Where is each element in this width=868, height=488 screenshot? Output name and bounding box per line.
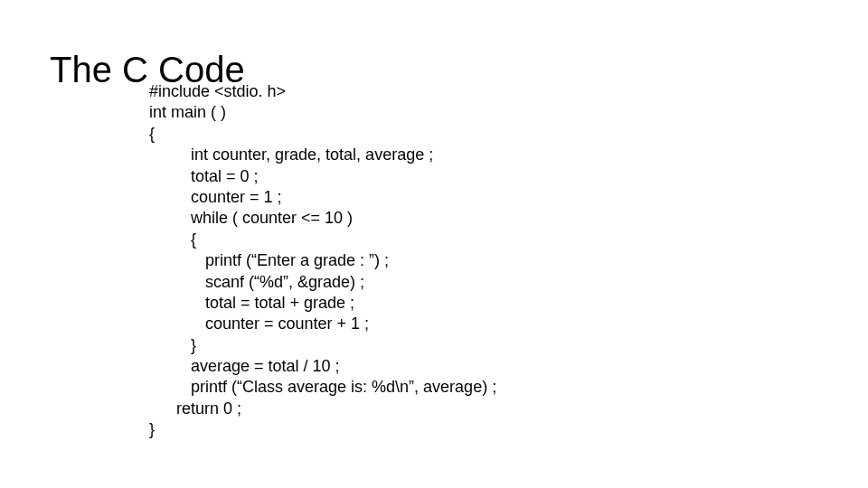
code-line: { xyxy=(149,124,496,145)
code-line: total = 0 ; xyxy=(149,166,496,187)
code-line: int counter, grade, total, average ; xyxy=(149,145,496,165)
code-line: } xyxy=(149,419,496,440)
code-line: printf (“Class average is: %d\n”, averag… xyxy=(149,377,496,398)
code-line: printf (“Enter a grade : ”) ; xyxy=(149,250,496,271)
code-line: int main ( ) xyxy=(149,102,496,123)
code-line: counter = counter + 1 ; xyxy=(149,314,496,334)
code-line: return 0 ; xyxy=(149,399,496,419)
code-line: { xyxy=(149,230,496,250)
slide: The C Code #include <stdio. h> int main … xyxy=(0,0,868,488)
code-line: scanf (“%d”, &grade) ; xyxy=(149,272,496,293)
code-block: #include <stdio. h> int main ( ) { int c… xyxy=(149,81,496,441)
code-line: while ( counter <= 10 ) xyxy=(149,208,496,229)
code-line: average = total / 10 ; xyxy=(149,356,496,377)
code-line: #include <stdio. h> xyxy=(149,81,496,102)
code-line: counter = 1 ; xyxy=(149,187,496,208)
code-line: } xyxy=(149,335,496,356)
code-line: total = total + grade ; xyxy=(149,293,496,314)
